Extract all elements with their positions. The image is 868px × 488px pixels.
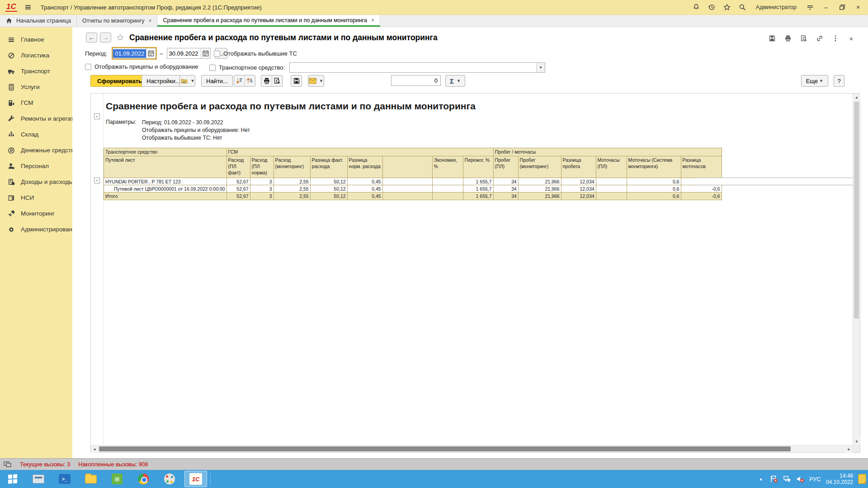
table-column-header[interactable]: Расход (мониторинг) [274, 156, 310, 178]
sidebar-item-administration[interactable]: Администрирование [0, 221, 72, 237]
row-value[interactable] [432, 192, 463, 200]
row-value[interactable]: 21,966 [518, 192, 561, 200]
checkbox-box[interactable] [209, 65, 216, 71]
back-button[interactable]: ← [86, 33, 97, 42]
sidebar-item-transport[interactable]: Транспорт [0, 63, 72, 79]
help-button[interactable]: ? [834, 75, 844, 87]
print-preview-icon[interactable] [272, 75, 282, 86]
row-value[interactable]: 50,12 [310, 185, 347, 192]
scroll-left-icon[interactable]: ◄ [91, 446, 98, 453]
scroll-down-icon[interactable]: ▼ [853, 438, 860, 445]
server-manager-icon[interactable] [25, 470, 52, 488]
row-value[interactable]: 3 [250, 185, 274, 192]
row-value[interactable]: 1 655,7 [463, 185, 493, 192]
vertical-scrollbar[interactable]: ▲ ▼ [853, 94, 860, 445]
tab-home-page[interactable]: Начальная страница [0, 15, 77, 27]
forward-button[interactable]: → [100, 33, 111, 42]
more-actions-button[interactable]: Еще▼ [801, 75, 828, 87]
row-value[interactable]: 3 [250, 192, 274, 200]
restore-button[interactable] [838, 4, 846, 11]
row-label[interactable]: Путевой лист ЦБРО0000001 от 16.09.2022 0… [104, 185, 227, 192]
service-menu-icon[interactable] [806, 4, 814, 11]
row-value[interactable] [596, 185, 627, 192]
row-value[interactable] [432, 178, 463, 185]
get-link-icon[interactable] [816, 34, 824, 42]
period-from-value[interactable]: 01.09.2022 [113, 49, 146, 58]
collapse-group-icon[interactable]: − [94, 178, 100, 183]
row-value[interactable]: 12,034 [561, 192, 596, 200]
chrome-icon[interactable] [130, 470, 156, 488]
collapse-groups-icon[interactable] [245, 75, 255, 86]
sidebar-item-income-expenses[interactable]: Доходы и расходы [0, 174, 72, 190]
report-variants-button[interactable]: ▼ [179, 75, 195, 87]
row-value[interactable]: 34 [493, 185, 518, 192]
row-value[interactable]: 0,45 [347, 192, 382, 200]
table-column-header[interactable] [382, 156, 432, 178]
table-column-header[interactable]: Моточасы (Система мониторинга) [627, 156, 681, 178]
row-value[interactable]: 34 [493, 192, 518, 200]
row-value[interactable]: 34 [493, 178, 518, 185]
table-column-header[interactable]: Разница факт. расхода [310, 156, 347, 178]
vehicle-combo[interactable]: ▼ [289, 62, 545, 73]
vertical-scroll-thumb[interactable] [854, 102, 859, 319]
row-value[interactable] [596, 192, 627, 200]
row-value[interactable]: 21,966 [518, 178, 561, 185]
period-to-field[interactable] [167, 48, 211, 59]
action-center-flag-icon[interactable] [770, 475, 778, 483]
row-value[interactable]: 1 655,7 [463, 178, 493, 185]
row-value[interactable]: 0,45 [347, 185, 382, 192]
current-user[interactable]: Администратор [756, 4, 797, 10]
row-value[interactable] [596, 178, 627, 185]
table-column-header[interactable]: Моточасы (ПЛ) [596, 156, 627, 178]
find-button[interactable]: Найти... [201, 75, 233, 87]
checkbox-show-retired[interactable]: Отображать выбывшие ТС [214, 50, 297, 57]
favorites-star-icon[interactable] [723, 4, 731, 11]
row-value[interactable]: 50,12 [310, 192, 347, 200]
volume-muted-icon[interactable] [796, 475, 804, 483]
checkbox-box[interactable] [85, 64, 91, 70]
close-window-button[interactable]: × [854, 4, 863, 11]
table-column-header[interactable]: Расход (ПЛ норма) [250, 156, 274, 178]
calendar-icon[interactable] [146, 48, 156, 58]
main-menu-icon[interactable] [24, 4, 32, 11]
send-mail-button[interactable]: ▼ [308, 75, 324, 87]
settings-button[interactable]: Настройки... [142, 75, 185, 87]
taskbar-clock[interactable]: 14:48 04.10.2022 [826, 473, 853, 485]
collapse-params-icon[interactable]: − [94, 113, 100, 119]
row-value[interactable]: 52,67 [226, 178, 250, 185]
history-icon[interactable] [708, 4, 716, 11]
file-explorer-icon[interactable] [78, 470, 104, 488]
tab-close-icon[interactable]: × [148, 18, 151, 24]
notifications-bell-icon[interactable] [693, 4, 700, 11]
powershell-icon[interactable]: >_ [52, 470, 78, 488]
comparison-table[interactable]: Транспортное средствоГСМПробег / моточас… [104, 148, 722, 200]
autosum-value-field[interactable] [391, 75, 441, 86]
row-value[interactable]: 52,67 [226, 192, 250, 200]
period-to-value[interactable] [167, 50, 201, 57]
print-icon[interactable] [261, 75, 272, 86]
horizontal-scroll-thumb[interactable] [99, 446, 791, 451]
table-column-header[interactable]: Разница моточасов [681, 156, 722, 178]
vehicle-input[interactable] [290, 63, 536, 72]
row-value[interactable]: 0,45 [347, 178, 382, 185]
row-value[interactable]: 12,034 [561, 178, 596, 185]
sidebar-item-personnel[interactable]: Персонал [0, 158, 72, 174]
row-value[interactable]: 21,966 [518, 185, 561, 192]
row-value[interactable]: 1 655,7 [463, 192, 493, 200]
table-column-header[interactable]: Расход (ПЛ факт) [226, 156, 250, 178]
row-value[interactable]: -0,6 [681, 192, 722, 200]
1c-enterprise-taskbar-icon[interactable]: 1С [184, 471, 207, 487]
vehicle-dropdown-icon[interactable]: ▼ [536, 63, 545, 72]
sidebar-item-logistics[interactable]: Логистика [0, 47, 72, 63]
table-column-header[interactable]: Разница норм. расхода [347, 156, 382, 178]
more-dots-icon[interactable] [831, 34, 840, 42]
sidebar-item-nsi[interactable]: НСИ [0, 190, 72, 206]
print-icon[interactable] [784, 34, 792, 42]
row-value[interactable] [432, 185, 463, 192]
table-group-header[interactable]: Пробег / моточасы [493, 148, 722, 156]
network-icon[interactable] [783, 475, 791, 483]
row-value[interactable]: 2,55 [274, 185, 310, 192]
row-value[interactable]: 0,6 [627, 178, 681, 185]
sidebar-item-repairs[interactable]: Ремонты и агрегаты [0, 111, 72, 127]
close-form-icon[interactable]: × [847, 34, 855, 42]
